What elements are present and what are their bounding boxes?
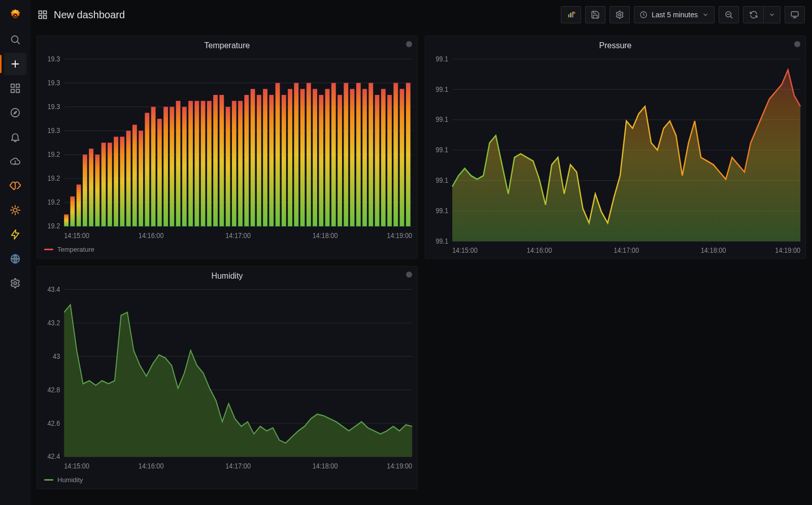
dashboards-nav-item[interactable] [4, 77, 26, 99]
pressure-chart[interactable]: 99.199.199.199.199.199.199.114:15:0014:1… [425, 53, 805, 258]
svg-rect-79 [151, 107, 156, 226]
svg-text:14:16:00: 14:16:00 [139, 231, 164, 240]
globe-icon [10, 253, 21, 264]
svg-line-20 [18, 213, 19, 214]
breadcrumb: New dashboard [38, 9, 125, 21]
apm-nav-item[interactable] [4, 175, 26, 197]
refresh-button[interactable] [743, 7, 764, 23]
explore-nav-item[interactable] [4, 102, 26, 124]
svg-rect-28 [44, 11, 47, 14]
gear-icon [10, 278, 21, 289]
svg-rect-100 [282, 95, 286, 226]
panel-menu-button[interactable] [406, 41, 412, 47]
svg-rect-93 [238, 101, 243, 226]
legend-swatch [44, 249, 53, 250]
svg-text:14:19:00: 14:19:00 [775, 246, 800, 254]
brain-icon [10, 180, 21, 191]
svg-rect-91 [226, 107, 230, 226]
svg-rect-90 [219, 95, 224, 226]
svg-text:14:17:00: 14:17:00 [614, 246, 639, 254]
add-panel-icon [566, 10, 576, 19]
svg-rect-76 [132, 125, 137, 226]
panel-title[interactable]: Humidity [37, 266, 417, 284]
panel-legend: Temperature [37, 244, 417, 258]
svg-marker-23 [12, 230, 19, 239]
panel-menu-button[interactable] [406, 272, 412, 278]
svg-rect-116 [381, 89, 386, 226]
svg-text:14:18:00: 14:18:00 [313, 231, 338, 240]
svg-text:14:18:00: 14:18:00 [701, 246, 726, 254]
svg-rect-94 [244, 95, 249, 226]
svg-text:99.1: 99.1 [435, 116, 448, 124]
refresh-interval-button[interactable] [764, 7, 780, 23]
add-panel-button[interactable] [561, 6, 581, 23]
page-title[interactable]: New dashboard [54, 9, 125, 21]
svg-text:19.3: 19.3 [47, 102, 60, 111]
svg-rect-89 [213, 95, 218, 226]
svg-rect-77 [139, 131, 143, 226]
svg-text:14:15:00: 14:15:00 [452, 246, 478, 254]
panel-pressure: Pressure 99.199.199.199.199.199.199.114:… [425, 36, 806, 259]
dashboard-settings-button[interactable] [610, 6, 630, 23]
humidity-chart[interactable]: 42.442.642.84343.243.414:15:0014:16:0014… [37, 284, 417, 474]
panel-title[interactable]: Temperature [37, 36, 417, 53]
svg-rect-98 [269, 95, 274, 226]
svg-text:42.8: 42.8 [47, 385, 60, 394]
panel-legend: Humidity [37, 474, 417, 489]
svg-rect-83 [176, 101, 181, 226]
tv-mode-button[interactable] [785, 6, 805, 23]
svg-line-3 [17, 42, 19, 44]
svg-text:19.2: 19.2 [47, 150, 60, 158]
cloud-alert-icon [10, 156, 21, 167]
legend-label[interactable]: Humidity [57, 476, 83, 484]
svg-text:43.4: 43.4 [47, 285, 60, 293]
monitor-icon [790, 10, 799, 19]
svg-text:19.3: 19.3 [47, 54, 60, 63]
panel-title[interactable]: Pressure [425, 36, 805, 53]
time-range-label: Last 5 minutes [652, 11, 698, 19]
svg-rect-103 [300, 89, 305, 226]
svg-text:14:19:00: 14:19:00 [387, 461, 412, 470]
save-dashboard-button[interactable] [585, 6, 605, 23]
create-nav-item[interactable] [4, 53, 26, 75]
zoom-out-button[interactable] [719, 6, 739, 23]
refresh-picker[interactable] [743, 6, 781, 23]
svg-text:19.3: 19.3 [47, 78, 60, 87]
thunder-nav-item[interactable] [4, 223, 26, 246]
svg-rect-30 [44, 16, 47, 19]
svg-rect-74 [120, 137, 124, 226]
svg-rect-82 [170, 107, 174, 226]
svg-rect-119 [400, 89, 404, 226]
svg-rect-7 [16, 84, 19, 87]
svg-rect-81 [163, 107, 168, 226]
temperature-chart[interactable]: 19.219.219.219.219.319.319.319.314:15:00… [37, 53, 417, 244]
svg-rect-102 [294, 83, 298, 226]
gear-icon [615, 10, 624, 19]
svg-text:99.1: 99.1 [435, 237, 448, 245]
time-range-picker[interactable]: Last 5 minutes [634, 6, 715, 23]
legend-label[interactable]: Temperature [57, 246, 94, 253]
svg-rect-108 [331, 83, 336, 226]
svg-rect-104 [307, 83, 311, 226]
clock-icon [639, 11, 648, 19]
chevron-down-icon [768, 11, 775, 18]
svg-rect-107 [325, 89, 330, 226]
worldmap-nav-item[interactable] [4, 248, 26, 270]
panel-menu-button[interactable] [794, 41, 800, 47]
svg-rect-88 [207, 101, 212, 226]
cloud-nav-item[interactable] [4, 150, 26, 173]
alerting-nav-item[interactable] [4, 126, 26, 148]
legend-swatch [44, 479, 53, 481]
integrations-nav-item[interactable] [4, 199, 26, 221]
svg-rect-118 [393, 83, 398, 226]
search-nav-item[interactable] [4, 28, 26, 51]
svg-rect-27 [39, 11, 42, 14]
svg-point-1 [14, 15, 16, 17]
search-icon [10, 34, 21, 45]
settings-nav-item[interactable] [4, 272, 26, 294]
grafana-logo-icon[interactable] [4, 4, 26, 26]
svg-text:14:18:00: 14:18:00 [313, 461, 338, 470]
svg-rect-84 [182, 107, 187, 226]
svg-rect-120 [406, 83, 411, 226]
svg-rect-6 [11, 84, 14, 87]
